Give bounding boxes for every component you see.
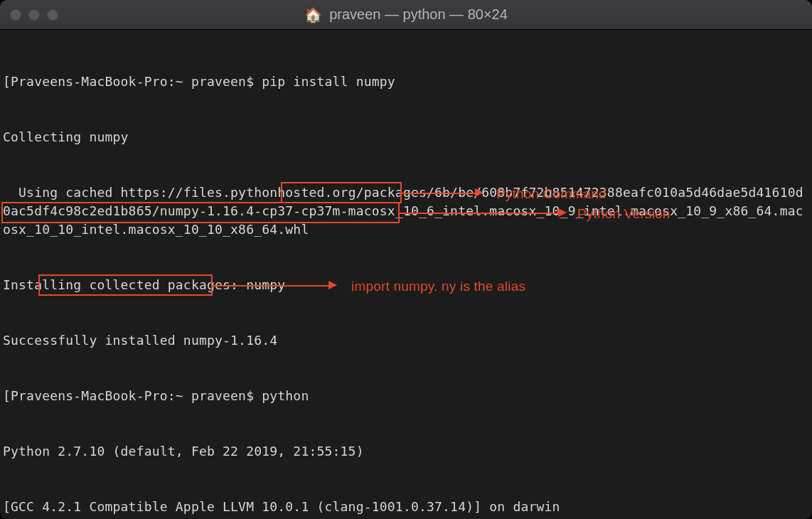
terminal-line: Successfully installed numpy-1.16.4 — [3, 331, 809, 350]
annotation-arrowhead-icon — [328, 281, 337, 289]
terminal-line: [Praveens-MacBook-Pro:~ praveen$ python — [3, 387, 809, 405]
title-wrap: 🏠 praveen — python — 80×24 — [0, 6, 812, 23]
window-title: praveen — python — 80×24 — [329, 6, 508, 23]
annotation-box-import-numpy — [38, 274, 213, 296]
terminal-window: 🏠 praveen — python — 80×24 [Praveens-Mac… — [0, 0, 812, 519]
annotation-box-python-command — [281, 182, 402, 203]
annotation-arrow — [213, 285, 330, 287]
home-icon: 🏠 — [304, 6, 322, 23]
minimize-button[interactable] — [28, 9, 40, 21]
terminal-line: Python 2.7.10 (default, Feb 22 2019, 21:… — [3, 442, 809, 461]
annotation-label-import-numpy: import numpy. ny is the alias — [351, 277, 525, 296]
annotation-box-python-version — [1, 202, 400, 223]
annotation-arrow — [402, 193, 476, 194]
annotation-arrowhead-icon — [475, 188, 484, 197]
annotation-arrow — [400, 213, 560, 214]
terminal-line: [Praveens-MacBook-Pro:~ praveen$ pip ins… — [3, 73, 809, 91]
titlebar: 🏠 praveen — python — 80×24 — [0, 0, 812, 30]
terminal-line: [GCC 4.2.1 Compatible Apple LLVM 10.0.1 … — [3, 498, 809, 516]
close-button[interactable] — [10, 9, 21, 21]
annotation-label-python-version: Python Version — [577, 205, 671, 223]
terminal-body[interactable]: [Praveens-MacBook-Pro:~ praveen$ pip ins… — [0, 30, 812, 519]
terminal-line: Collecting numpy — [3, 128, 809, 146]
zoom-button[interactable] — [47, 9, 58, 21]
annotation-label-python-command: Python Command — [496, 185, 607, 203]
window-controls — [10, 9, 58, 21]
annotation-arrowhead-icon — [558, 208, 567, 217]
